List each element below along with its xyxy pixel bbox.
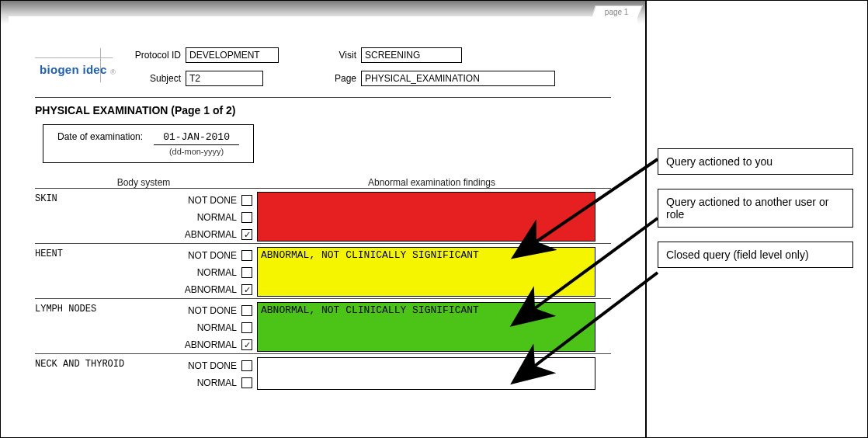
body-system-options: NOT DONENORMAL (136, 357, 252, 391)
findings-input[interactable]: ABNORMAL, NOT CLINICALLY SIGNIFICANT (257, 302, 595, 352)
option-normal-checkbox[interactable] (241, 267, 252, 278)
page-label: Page (325, 73, 356, 84)
body-system-name: LYMPH NODES (35, 302, 136, 353)
option-normal: NORMAL (197, 209, 252, 226)
protocol-field: Protocol ID (127, 47, 279, 63)
option-not-done-checkbox[interactable] (241, 195, 252, 206)
logo: biogen idec ® (35, 51, 120, 82)
canvas: page 1 biogen idec ® Protocol ID (0, 0, 868, 438)
option-normal-label: NORMAL (197, 377, 237, 388)
option-normal-checkbox[interactable] (241, 322, 252, 333)
body-systems-list: SKINNOT DONENORMALABNORMAL✓HEENTNOT DONE… (35, 188, 611, 391)
form-content: biogen idec ® Protocol ID Subject (9, 16, 637, 438)
body-system-name: HEENT (35, 247, 136, 298)
header-divider (35, 97, 611, 98)
option-normal: NORMAL (197, 319, 252, 336)
findings-cell: ABNORMAL, NOT CLINICALLY SIGNIFICANT (257, 302, 611, 353)
option-abnormal-checkbox[interactable]: ✓ (241, 284, 252, 295)
option-not-done: NOT DONE (188, 357, 252, 374)
header-col-right: Visit Page (325, 47, 555, 86)
option-not-done-checkbox[interactable] (241, 250, 252, 261)
option-normal-label: NORMAL (197, 322, 237, 333)
option-normal-label: NORMAL (197, 267, 237, 278)
body-system-options: NOT DONENORMALABNORMAL✓ (136, 192, 252, 243)
page-input[interactable] (361, 71, 555, 86)
option-normal-checkbox[interactable] (241, 212, 252, 223)
logo-reg-mark: ® (110, 68, 116, 76)
option-normal: NORMAL (197, 264, 252, 281)
option-not-done: NOT DONE (188, 302, 252, 319)
findings-cell (257, 357, 611, 391)
logo-line-horizontal (35, 57, 113, 58)
visit-input[interactable] (361, 47, 462, 63)
option-normal: NORMAL (197, 374, 252, 391)
option-abnormal: ABNORMAL✓ (185, 336, 252, 353)
option-not-done-label: NOT DONE (188, 250, 237, 261)
option-abnormal-checkbox[interactable]: ✓ (241, 339, 252, 350)
subject-label: Subject (127, 73, 181, 84)
findings-input[interactable] (257, 192, 595, 242)
findings-cell (257, 192, 611, 243)
option-abnormal-label: ABNORMAL (185, 284, 237, 295)
body-system-row: LYMPH NODESNOT DONENORMALABNORMAL✓ABNORM… (35, 298, 611, 353)
findings-input[interactable]: ABNORMAL, NOT CLINICALLY SIGNIFICANT (257, 247, 595, 297)
option-abnormal: ABNORMAL✓ (185, 281, 252, 298)
option-not-done-checkbox[interactable] (241, 305, 252, 316)
findings-input[interactable] (257, 357, 595, 390)
column-headers: Body system Abnormal examination finding… (35, 177, 611, 188)
col-header-findings: Abnormal examination findings (252, 177, 611, 188)
legend-item-query-you: Query actioned to you (658, 148, 853, 175)
header-fields: Protocol ID Subject Visit (127, 47, 555, 86)
exam-date-value-wrap: 01-JAN-2010 (dd-mon-yyyy) (154, 131, 239, 156)
header-row: biogen idec ® Protocol ID Subject (35, 47, 611, 86)
body-system-row: HEENTNOT DONENORMALABNORMAL✓ABNORMAL, NO… (35, 243, 611, 298)
exam-date-label: Date of examination: (57, 131, 143, 142)
body-system-name: NECK AND THYROID (35, 357, 136, 391)
visit-label: Visit (325, 50, 356, 61)
option-not-done: NOT DONE (188, 247, 252, 264)
exam-date-value[interactable]: 01-JAN-2010 (154, 131, 239, 145)
option-normal-label: NORMAL (197, 212, 237, 223)
page-number-text: page 1 (605, 8, 629, 16)
body-system-options: NOT DONENORMALABNORMAL✓ (136, 247, 252, 298)
findings-cell: ABNORMAL, NOT CLINICALLY SIGNIFICANT (257, 247, 611, 298)
option-not-done-label: NOT DONE (188, 305, 237, 316)
visit-field: Visit (325, 47, 555, 63)
protocol-input[interactable] (186, 47, 279, 63)
legend-item-query-other: Query actioned to another user or role (658, 189, 853, 228)
legend: Query actioned to you Query actioned to … (658, 148, 853, 268)
logo-text: biogen idec (40, 63, 107, 76)
header-col-left: Protocol ID Subject (127, 47, 279, 86)
body-system-row: NECK AND THYROIDNOT DONENORMAL (35, 353, 611, 391)
option-abnormal-checkbox[interactable]: ✓ (241, 229, 252, 240)
option-not-done-label: NOT DONE (188, 195, 237, 206)
exam-date-box: Date of examination: 01-JAN-2010 (dd-mon… (43, 124, 254, 163)
page-area: page 1 biogen idec ® Protocol ID (1, 1, 647, 438)
option-not-done-checkbox[interactable] (241, 360, 252, 371)
body-system-row: SKINNOT DONENORMALABNORMAL✓ (35, 188, 611, 243)
legend-item-query-closed: Closed query (field level only) (658, 242, 853, 268)
body-system-options: NOT DONENORMALABNORMAL✓ (136, 302, 252, 353)
page-field: Page (325, 71, 555, 86)
body-system-name: SKIN (35, 192, 136, 243)
col-header-body-system: Body system (35, 177, 252, 188)
option-abnormal-label: ABNORMAL (185, 339, 237, 350)
option-not-done-label: NOT DONE (188, 360, 237, 371)
exam-date-format: (dd-mon-yyyy) (154, 147, 239, 156)
option-not-done: NOT DONE (188, 192, 252, 209)
protocol-label: Protocol ID (127, 50, 181, 61)
option-abnormal-label: ABNORMAL (185, 229, 237, 240)
option-normal-checkbox[interactable] (241, 377, 252, 388)
subject-input[interactable] (186, 71, 263, 86)
option-abnormal: ABNORMAL✓ (185, 226, 252, 243)
subject-field: Subject (127, 71, 279, 86)
page-title: PHYSICAL EXAMINATION (Page 1 of 2) (35, 104, 611, 116)
